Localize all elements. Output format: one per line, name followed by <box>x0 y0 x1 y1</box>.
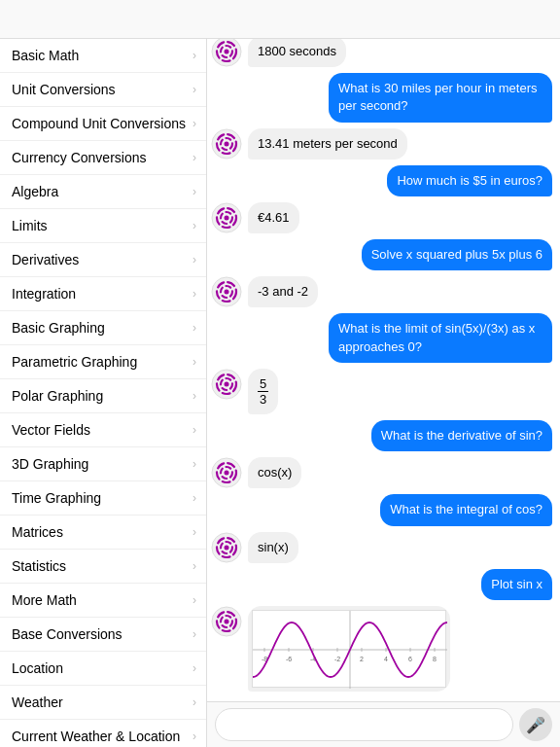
sidebar-item-currency-conversions[interactable]: Currency Conversions› <box>0 141 206 175</box>
user-message-bubble: Plot sin x <box>481 569 552 600</box>
bot-message-bubble: -3 and -2 <box>248 276 318 307</box>
sidebar-item-integration[interactable]: Integration› <box>0 277 206 311</box>
sidebar-item-weather[interactable]: Weather› <box>0 686 206 720</box>
sidebar-item-label: Basic Math <box>12 48 79 63</box>
sidebar-item-statistics[interactable]: Statistics› <box>0 550 206 584</box>
message-row-a3: 13.41 meters per second <box>211 128 552 160</box>
sidebar-item-compound-unit-conversions[interactable]: Compound Unit Conversions› <box>0 107 206 141</box>
chevron-right-icon: › <box>192 355 196 369</box>
chevron-right-icon: › <box>192 389 196 403</box>
bot-fraction-bubble: 53 <box>248 369 278 414</box>
svg-text:2: 2 <box>360 656 364 662</box>
sidebar-item-label: Integration <box>12 286 76 302</box>
sidebar-item-limits[interactable]: Limits› <box>0 209 206 243</box>
user-message-bubble: Solve x squared plus 5x plus 6 <box>362 239 552 270</box>
sidebar-item-label: Matrices <box>12 524 63 540</box>
chevron-right-icon: › <box>192 117 196 130</box>
bot-avatar <box>211 39 242 67</box>
sidebar: Basic Math›Unit Conversions›Compound Uni… <box>0 39 207 747</box>
svg-point-39 <box>225 619 229 623</box>
sidebar-item-label: Weather <box>12 694 63 710</box>
sidebar-item-time-graphing[interactable]: Time Graphing› <box>0 481 206 516</box>
chevron-right-icon: › <box>192 253 196 267</box>
message-row-q9: Plot sin x <box>211 569 552 600</box>
sidebar-item-parametric-graphing[interactable]: Parametric Graphing› <box>0 345 206 379</box>
sidebar-item-label: 3D Graphing <box>12 456 88 472</box>
sidebar-item-label: Location <box>12 660 63 676</box>
chat-input[interactable] <box>215 708 513 741</box>
mic-button[interactable]: 🎤 <box>519 708 552 741</box>
sidebar-item-current-weather-location[interactable]: Current Weather & Location› <box>0 720 206 747</box>
bot-avatar <box>211 202 242 233</box>
bot-avatar <box>211 128 242 160</box>
message-row-a6: 53 <box>211 369 552 414</box>
chevron-right-icon: › <box>192 661 196 675</box>
sidebar-item-label: Compound Unit Conversions <box>12 116 186 131</box>
user-message-bubble: What is the integral of cos? <box>380 494 552 525</box>
chevron-right-icon: › <box>192 151 196 164</box>
sidebar-item-matrices[interactable]: Matrices› <box>0 516 206 550</box>
message-row-a7: cos(x) <box>211 457 552 488</box>
sidebar-item-location[interactable]: Location› <box>0 652 206 686</box>
chat-messages: Hello! Welcome to Ask MathStudio.1 plus … <box>207 39 560 701</box>
message-row-q7: What is the derivative of sin? <box>211 420 552 451</box>
svg-point-19 <box>225 215 229 220</box>
sidebar-item-label: Statistics <box>12 558 66 574</box>
sidebar-item-label: Parametric Graphing <box>12 354 137 370</box>
chevron-right-icon: › <box>192 321 196 335</box>
message-row-q6: What is the limit of sin(5x)/(3x) as x a… <box>211 313 552 362</box>
sidebar-item-label: Derivatives <box>12 252 79 267</box>
message-row-q5: Solve x squared plus 5x plus 6 <box>211 239 552 270</box>
bot-message-bubble: 1800 seconds <box>248 39 346 67</box>
chevron-right-icon: › <box>192 49 196 62</box>
chevron-right-icon: › <box>192 491 196 505</box>
sidebar-item-label: Base Conversions <box>12 626 122 642</box>
sidebar-item-label: Time Graphing <box>12 490 101 506</box>
chevron-right-icon: › <box>192 695 196 709</box>
sidebar-item-vector-fields[interactable]: Vector Fields› <box>0 413 206 447</box>
chevron-right-icon: › <box>192 185 196 198</box>
chat-panel: Hello! Welcome to Ask MathStudio.1 plus … <box>207 39 560 747</box>
chevron-right-icon: › <box>192 287 196 301</box>
sidebar-item-basic-math[interactable]: Basic Math› <box>0 39 206 73</box>
user-message-bubble: What is 30 miles per hour in meters per … <box>329 73 552 122</box>
svg-point-15 <box>225 141 229 146</box>
sidebar-item-label: Limits <box>12 218 48 233</box>
user-message-bubble: How much is $5 in euros? <box>387 165 552 196</box>
svg-point-23 <box>225 290 229 295</box>
sidebar-item-derivatives[interactable]: Derivatives› <box>0 243 206 277</box>
sidebar-item-basic-graphing[interactable]: Basic Graphing› <box>0 311 206 345</box>
chevron-right-icon: › <box>192 219 196 232</box>
message-row-q4: How much is $5 in euros? <box>211 165 552 196</box>
sidebar-item-label: More Math <box>12 592 77 608</box>
svg-text:-6: -6 <box>286 656 292 662</box>
chevron-right-icon: › <box>192 525 196 539</box>
bot-message-bubble: 13.41 meters per second <box>248 128 407 160</box>
chevron-right-icon: › <box>192 627 196 641</box>
sidebar-item-base-conversions[interactable]: Base Conversions› <box>0 618 206 652</box>
chevron-right-icon: › <box>192 593 196 607</box>
sidebar-item-unit-conversions[interactable]: Unit Conversions› <box>0 73 206 107</box>
svg-point-27 <box>225 381 229 386</box>
svg-text:8: 8 <box>433 656 437 662</box>
sidebar-item-label: Currency Conversions <box>12 150 147 165</box>
chat-input-row: 🎤 <box>207 701 560 747</box>
sidebar-item-algebra[interactable]: Algebra› <box>0 175 206 209</box>
bot-graph-bubble: -8-6-4-22468 <box>248 606 450 692</box>
sidebar-item-more-math[interactable]: More Math› <box>0 584 206 618</box>
bot-message-bubble: €4.61 <box>248 202 299 233</box>
message-row-a9: -8-6-4-22468 <box>211 606 552 692</box>
svg-text:4: 4 <box>384 656 388 662</box>
sidebar-item-polar-graphing[interactable]: Polar Graphing› <box>0 379 206 413</box>
top-bar <box>0 0 560 39</box>
sidebar-item-label: Unit Conversions <box>12 82 116 97</box>
chevron-right-icon: › <box>192 729 196 743</box>
chevron-right-icon: › <box>192 83 196 96</box>
sidebar-item-3d-graphing[interactable]: 3D Graphing› <box>0 447 206 481</box>
bot-avatar <box>211 457 242 488</box>
user-message-bubble: What is the limit of sin(5x)/(3x) as x a… <box>329 313 552 362</box>
svg-point-11 <box>225 49 229 53</box>
chevron-right-icon: › <box>192 423 196 437</box>
user-message-bubble: What is the derivative of sin? <box>371 420 552 451</box>
bot-avatar <box>211 606 242 637</box>
